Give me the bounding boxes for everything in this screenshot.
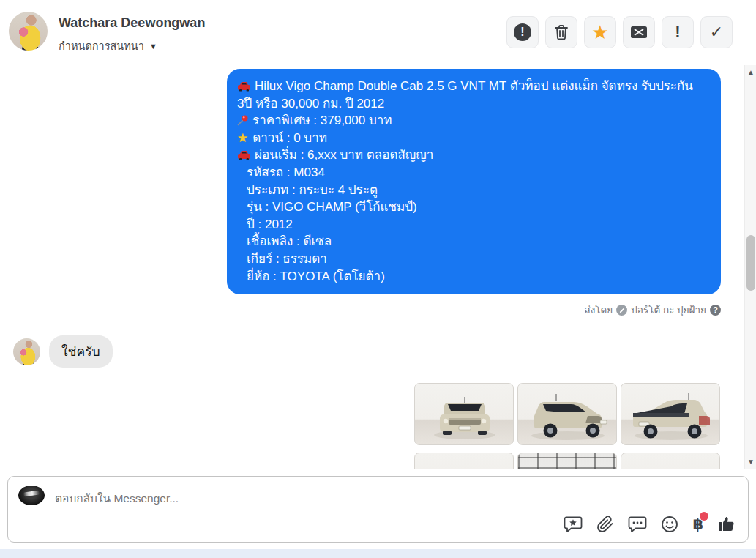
detail-model: รุ่น : VIGO CHAMP (วีโก้แชมป์) [247,198,709,216]
smiley-icon [661,516,678,533]
scroll-up-arrow[interactable]: ▲ [745,67,756,78]
car-photo-ceiling[interactable] [517,453,617,469]
conversation-schedule-dropdown[interactable]: กำหนดการสนทนา ▼ [59,37,157,54]
customer-avatar-small [13,338,40,365]
report-button[interactable]: ! [506,16,539,48]
follow-up-button[interactable]: ★ [584,16,616,48]
emoji-button[interactable] [661,516,678,533]
page-logo [18,486,45,505]
sender-name: ปอร์โต้ กะ ปุยฝ้าย [631,302,706,318]
payment-button[interactable]: ฿ [692,516,703,533]
star-emoji: ★ [237,131,248,145]
conversation-header: Watchara Deewongwan กำหนดการสนทนา ▼ ! ★ [0,0,756,64]
delete-button[interactable] [545,16,577,48]
customer-reply-row: ใช่ครับ [13,335,744,368]
car-photo-roof[interactable] [414,453,514,469]
thread-scrollbar[interactable]: ▲ ▼ [744,65,756,469]
messenger-inbox-page: Watchara Deewongwan กำหนดการสนทนา ▼ ! ★ [0,0,756,558]
comment-button[interactable] [628,516,647,533]
chevron-down-icon: ▼ [149,42,157,51]
scrollbar-thumb[interactable] [746,235,755,291]
car-emoji [237,81,251,92]
pickup-rear-quarter-illustration [621,384,720,445]
mark-unread-email-icon [630,25,648,40]
composer-actions: ฿ [564,515,736,533]
detail-type: ประเภท : กระบะ 4 ประตู [247,182,709,199]
detail-brand: ยี่ห้อ : TOYOTA (โตโยต้า) [247,268,709,286]
price-line-text: ราคาพิเศษ : 379,000 บาท [252,114,392,127]
trash-icon [553,23,569,41]
reply-input[interactable]: ตอบกลับใน Messenger... [55,489,179,507]
mark-unread-button[interactable] [623,16,655,48]
customer-avatar[interactable] [9,12,48,51]
pickup-roof-illustration [415,453,514,469]
customer-name: Watchara Deewongwan [59,15,205,31]
thumbs-up-icon [717,515,736,533]
bottom-bar [0,549,756,558]
notification-dot [700,512,708,521]
car-photo-roof-rear[interactable] [621,453,720,469]
pickup-front-illustration [415,384,514,445]
comment-dots-icon [628,516,647,533]
customer-reply-bubble: ใช่ครับ [49,335,113,368]
priority-button[interactable]: ! [662,16,694,48]
car-photo-front[interactable] [414,383,514,445]
detail-fuel: เชื้อเพลิง : ดีเซล [247,233,709,250]
detail-gear: เกียร์ : ธรรมดา [247,250,709,268]
message-thread: Hilux Vigo Champ Double Cab 2.5 G VNT MT… [0,65,744,469]
automation-icon [616,305,627,316]
mark-done-button[interactable]: ✓ [700,16,733,48]
car-detail-list: รหัสรถ : M034 ประเภท : กระบะ 4 ประตู รุ่… [237,164,709,285]
schedule-label: กำหนดการสนทนา [59,37,144,54]
attach-file-button[interactable] [596,516,614,533]
reply-composer[interactable]: ตอบกลับใน Messenger... [7,476,749,543]
listing-intro-text: Hilux Vigo Champ Double Cab 2.5 G VNT MT… [237,79,693,111]
sent-by-label: ส่งโดย [584,302,613,318]
car-emoji [237,149,251,160]
saved-replies-icon [564,516,583,533]
detail-car-code: รหัสรถ : M034 [247,164,709,182]
pushpin-emoji [237,114,249,126]
car-photo-front-quarter[interactable] [517,383,617,445]
help-icon[interactable]: ? [710,305,721,316]
alert-circle-icon: ! [514,23,531,41]
pickup-front-quarter-illustration [518,384,617,445]
saved-replies-button[interactable] [564,516,583,533]
pickup-roof-rear-illustration [621,453,720,469]
car-photo-rear-quarter[interactable] [621,383,720,445]
checkmark-icon: ✓ [710,23,723,42]
installment-text: ผ่อนเริ่ม : 6,xxx บาท ตลอดสัญญา [255,148,433,162]
car-listing-message-bubble: Hilux Vigo Champ Double Cab 2.5 G VNT MT… [227,69,721,294]
sent-by-caption: ส่งโดย ปอร์โต้ กะ ปุยฝ้าย ? [0,302,721,318]
scroll-down-arrow[interactable]: ▼ [745,456,756,468]
like-button[interactable] [717,515,736,533]
conversation-toolbar: ! ★ ! [506,16,733,48]
star-icon: ★ [591,23,608,42]
car-photo-grid [414,383,721,469]
exclamation-icon: ! [675,23,680,42]
down-payment-text: ดาวน์ : 0 บาท [252,131,327,145]
paperclip-icon [596,516,614,533]
detail-year: ปี : 2012 [247,216,709,234]
